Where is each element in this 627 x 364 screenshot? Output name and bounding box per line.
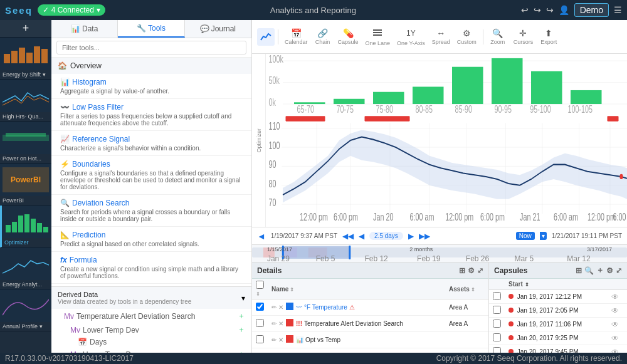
one-y-axis-button[interactable]: 1Y One Y-Axis [394,23,428,51]
sidebar-item-power-hot[interactable]: Power on Hot... [0,122,51,164]
capsule-eye-icon[interactable]: 👁 [611,293,619,301]
sidebar-item-annual-profile[interactable]: Annual Profile ▾ [0,289,51,331]
col-name[interactable]: Name [268,279,445,299]
tool-reference[interactable]: 📈 Reference Signal Characterize a signal… [51,131,251,156]
row1-edit-icon[interactable]: ✏ [271,304,277,311]
row3-checkbox[interactable] [256,335,264,343]
capsule-eye-icon[interactable]: 👁 [611,320,619,329]
tool-boundaries[interactable]: ⚡ Boundaries Configure a signal's bounda… [51,156,251,195]
forward-icon[interactable]: ↪ [546,5,554,15]
time-range-badge[interactable]: 2.5 days [369,232,403,240]
add-workbook-button[interactable]: + [0,20,51,38]
capsule-checkbox[interactable] [493,347,501,353]
row3-delete-icon[interactable]: ✕ [278,336,283,343]
row1-delete-icon[interactable]: ✕ [278,304,283,311]
capsule-eye-icon[interactable]: 👁 [611,348,619,353]
row2-checkbox-cell[interactable] [252,316,268,332]
derived-sub-lower[interactable]: Mv Lower Temp Dev ＋ [51,323,251,336]
derived-item-deviation-search[interactable]: Mv Temperature Alert Deviation Search ＋ [51,309,251,323]
tab-tools[interactable]: 🔧 Tools [118,20,184,38]
line-chart-button[interactable] [257,28,275,46]
capsule-checkbox-cell[interactable] [489,304,505,318]
now-button[interactable]: Now [516,232,535,240]
demo-button[interactable]: Demo [574,3,609,17]
nav-arrow-left[interactable]: ◄ [257,231,266,241]
redo-icon[interactable]: ↪ [534,5,541,15]
select-all-checkbox[interactable] [256,281,264,289]
row3-edit-icon[interactable]: ✏ [271,336,277,343]
sidebar-item-energy-analytics[interactable]: Energy Analyt... [0,247,51,289]
capsules-sort-icon[interactable]: ⇕ [525,282,529,288]
calendar-button[interactable]: 📅 Calendar [282,23,311,51]
capsule-checkbox-cell[interactable] [489,290,505,304]
sidebar-item-optimizer[interactable]: Optimizer [0,205,51,247]
capsule-checkbox-cell[interactable] [489,318,505,331]
tab-journal[interactable]: 💬 Journal [185,20,251,38]
capsule-checkbox[interactable] [493,320,501,328]
menu-icon[interactable]: ☰ [614,5,622,15]
sidebar-item-powerbi[interactable]: PowerBI PowerBI [0,164,51,205]
capsule-checkbox[interactable] [493,333,501,341]
add-icon-lower[interactable]: ＋ [238,325,245,335]
sidebar-item-high-hrs[interactable]: High Hrs- Qua... [0,80,51,122]
filter-input[interactable] [56,41,246,55]
capsule-eye-cell[interactable]: 👁 [608,318,627,331]
derived-header[interactable]: Derived Data View data created by tools … [51,287,251,309]
capsule-eye-cell[interactable]: 👁 [608,290,627,304]
row3-color-block [285,335,294,345]
capsule-checkbox-cell[interactable] [489,345,505,353]
capsule-checkbox-cell[interactable] [489,331,505,345]
tool-low-pass[interactable]: 〰️ Low Pass Filter Filter a series to pa… [51,99,251,131]
capsule-eye-icon[interactable]: 👁 [611,334,619,343]
sidebar-item-energy-shift[interactable]: Energy by Shift ▾ [0,38,51,80]
connection-status[interactable]: ✓ 4 Connected ▾ [38,4,105,16]
capsules-expand-icon[interactable]: ⤢ [616,266,622,275]
nav-back[interactable]: ◀◀ [342,232,354,241]
tool-prediction[interactable]: 📐 Prediction Predict a signal based on o… [51,227,251,252]
svg-rect-35 [373,92,404,104]
capsules-search-icon[interactable]: 🔍 [584,266,594,275]
row1-checkbox-cell[interactable] [252,299,268,316]
capsules-settings-icon[interactable]: ⚙ [606,266,613,275]
overview-header[interactable]: 🏠 Overview [51,58,251,74]
nav-prev[interactable]: ◀ [359,232,364,241]
undo-icon[interactable]: ↩ [521,5,529,15]
details-grid-icon[interactable]: ⊞ [459,266,465,275]
spread-button[interactable]: ↔ Spread [429,23,453,51]
chain-button[interactable]: 🔗 Chain [312,23,334,51]
tool-histogram[interactable]: 📊 Histogram Aggregate a signal by value-… [51,74,251,99]
tool-formula[interactable]: fx Formula Create a new signal or condit… [51,252,251,284]
capsule-eye-cell[interactable]: 👁 [608,304,627,318]
range-navigator[interactable]: Jan 29 Feb 5 Feb 12 Feb 19 Feb 26 Mar 5 … [252,244,627,262]
capsule-button[interactable]: 💊 Capsule [335,23,362,51]
details-expand-icon[interactable]: ⤢ [477,266,483,275]
add-icon-derived[interactable]: ＋ [238,311,245,321]
row2-checkbox[interactable] [256,319,264,327]
col-assets[interactable]: Assets [445,279,488,299]
capsule-checkbox[interactable] [493,292,501,300]
export-button[interactable]: ⬆ Export [537,23,560,51]
now-dropdown[interactable]: ▾ [540,232,547,240]
add-icon-upper[interactable]: ＋ [238,349,245,353]
nav-forward[interactable]: ▶▶ [419,232,430,241]
capsules-grid-icon[interactable]: ⊞ [576,266,582,275]
capsule-eye-cell[interactable]: 👁 [608,345,627,353]
tool-deviation[interactable]: 🔍 Deviation Search Search for periods wh… [51,195,251,227]
capsule-eye-icon[interactable]: 👁 [611,306,619,315]
zoom-button[interactable]: 🔍 Zoom [487,23,509,51]
row1-checkbox[interactable] [256,303,264,311]
tab-data[interactable]: 📊 Data [51,20,118,38]
capsule-checkbox[interactable] [493,306,501,314]
cursors-button[interactable]: ✛ Cursors [510,23,537,51]
derived-sub-lower-days[interactable]: 📅 Days [51,336,251,348]
nav-next[interactable]: ▶ [408,232,414,241]
derived-sub-upper[interactable]: Mv Upper Temp Dev ＋ [51,348,251,353]
capsule-eye-cell[interactable]: 👁 [608,331,627,345]
row2-edit-icon[interactable]: ✏ [271,320,277,327]
one-lane-button[interactable]: One Lane [362,23,394,51]
row3-checkbox-cell[interactable] [252,332,268,348]
row2-delete-icon[interactable]: ✕ [278,320,283,327]
details-settings-icon[interactable]: ⚙ [468,266,475,275]
capsules-add-icon[interactable]: ＋ [596,265,604,276]
custom-button[interactable]: ⚙ Custom [454,23,480,51]
